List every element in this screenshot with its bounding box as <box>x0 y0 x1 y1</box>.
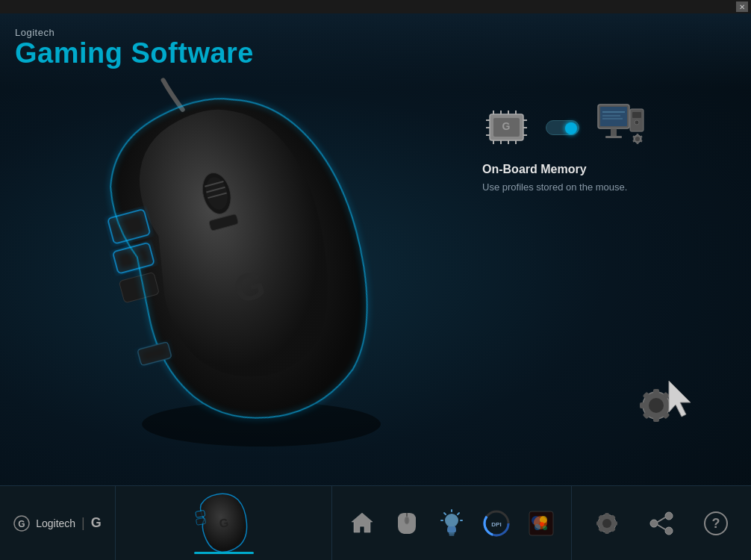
svg-point-96 <box>665 512 673 520</box>
svg-point-97 <box>650 520 658 527</box>
reports-icon <box>527 509 555 538</box>
taskbar-nav: DPI <box>332 486 572 560</box>
svg-point-43 <box>635 137 640 141</box>
home-icon <box>349 510 376 537</box>
svg-rect-40 <box>632 112 641 118</box>
chip-icon: G <box>482 107 531 148</box>
taskbar-actions: ? <box>572 486 751 560</box>
reports-nav-button[interactable] <box>520 503 562 544</box>
svg-rect-56 <box>653 417 659 422</box>
device-thumbnail: G <box>179 490 269 557</box>
svg-point-67 <box>445 514 458 527</box>
taskbar-brand: G Logitech | G <box>0 486 116 560</box>
svg-line-72 <box>444 513 446 514</box>
svg-point-84 <box>535 524 540 530</box>
svg-rect-33 <box>600 107 627 126</box>
svg-line-100 <box>658 525 665 529</box>
main-content: Logitech Gaming Software <box>0 13 751 485</box>
svg-rect-68 <box>449 532 455 535</box>
memory-desc: Use profiles stored on the mouse. <box>482 181 706 194</box>
svg-rect-58 <box>640 402 644 408</box>
taskbar-device[interactable]: G <box>116 486 332 560</box>
svg-rect-69 <box>449 534 455 535</box>
lighting-nav-button[interactable] <box>431 503 473 544</box>
home-nav-button[interactable] <box>341 503 383 544</box>
svg-point-85 <box>543 526 547 530</box>
settings-button[interactable] <box>586 503 628 544</box>
mouse-settings-nav-button[interactable] <box>386 503 428 544</box>
taskbar: G Logitech | G G <box>0 485 751 560</box>
memory-toggle[interactable] <box>546 120 579 135</box>
share-button[interactable] <box>641 503 682 544</box>
mouse-display: G <box>30 73 448 461</box>
share-icon <box>648 510 675 537</box>
right-panel: G <box>482 103 706 194</box>
svg-point-41 <box>635 120 639 125</box>
help-button[interactable]: ? <box>695 503 737 544</box>
svg-rect-92 <box>605 530 609 534</box>
lighting-icon <box>438 510 465 537</box>
device-indicator <box>194 552 254 554</box>
svg-point-87 <box>602 519 611 528</box>
svg-rect-94 <box>596 521 600 526</box>
logitech-logo-icon: G <box>13 515 30 532</box>
svg-rect-44 <box>637 134 639 136</box>
pc-icon <box>594 103 646 152</box>
svg-point-98 <box>665 527 673 535</box>
settings-cursor-area[interactable] <box>632 373 691 426</box>
svg-rect-90 <box>614 521 617 526</box>
svg-point-83 <box>540 522 544 526</box>
svg-rect-52 <box>653 389 659 393</box>
memory-title: On-Board Memory <box>482 163 706 176</box>
help-icon: ? <box>702 510 729 537</box>
dpi-icon: DPI <box>482 508 511 538</box>
mouse-illustration: G <box>60 81 418 454</box>
svg-rect-47 <box>637 142 639 144</box>
svg-rect-62 <box>195 510 205 517</box>
close-button[interactable]: ✕ <box>736 1 748 12</box>
svg-rect-37 <box>611 128 617 136</box>
svg-rect-63 <box>196 517 205 525</box>
brand-name: Logitech <box>15 27 736 38</box>
svg-text:DPI: DPI <box>491 521 501 528</box>
toggle-knob <box>565 122 577 134</box>
toggle-switch[interactable] <box>546 120 579 135</box>
svg-rect-88 <box>605 513 609 517</box>
svg-text:G: G <box>19 519 25 529</box>
divider: | <box>81 515 85 531</box>
svg-rect-38 <box>605 136 622 138</box>
settings-icon <box>593 510 620 537</box>
svg-line-99 <box>658 517 665 522</box>
mouse-settings-icon <box>393 510 420 537</box>
svg-point-66 <box>405 517 409 524</box>
svg-text:?: ? <box>712 516 720 531</box>
app-title: Gaming Software <box>15 38 736 69</box>
svg-text:G: G <box>502 120 511 132</box>
memory-toggle-area[interactable]: G <box>482 103 706 152</box>
svg-line-71 <box>458 513 459 514</box>
dpi-nav-button[interactable]: DPI <box>476 503 517 544</box>
title-bar: ✕ <box>0 0 751 13</box>
svg-point-51 <box>649 398 664 413</box>
g-text: G <box>91 515 102 531</box>
logitech-text: Logitech <box>36 517 75 529</box>
